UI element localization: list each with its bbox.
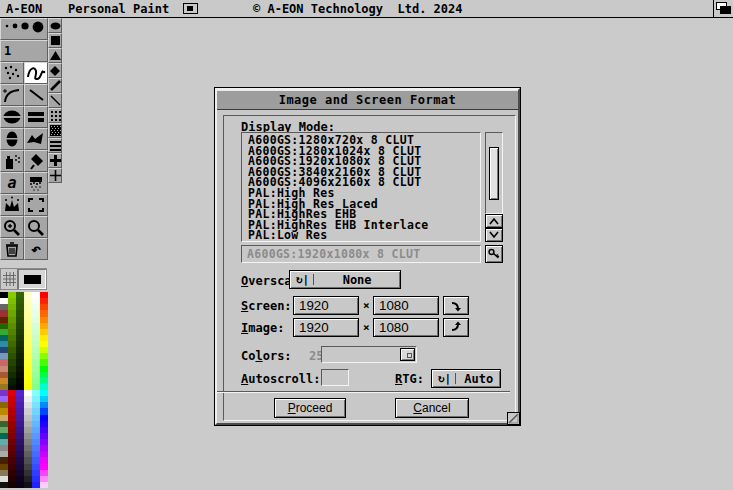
palette-swatch[interactable] — [40, 482, 48, 488]
rtg-label: RTG: — [395, 372, 424, 386]
arrow-curve-up-icon — [449, 321, 463, 334]
rectangle-icon — [25, 108, 47, 126]
polygon-icon — [25, 130, 47, 148]
screen-depth-gadget[interactable] — [715, 1, 732, 16]
undo-tool[interactable]: ↶ — [24, 238, 48, 260]
polygon-tool[interactable] — [24, 128, 48, 150]
triangle-brush-icon — [50, 51, 61, 60]
listbox-scrollbar-thumb[interactable] — [489, 147, 499, 200]
current-color-indicator[interactable] — [18, 269, 46, 289]
copy-screen-to-image-button[interactable] — [443, 296, 469, 315]
builtin-brush-ellipse[interactable] — [48, 18, 62, 33]
palette-swatch[interactable] — [0, 482, 8, 488]
clear-tool[interactable] — [0, 238, 24, 260]
select-frame-tool[interactable] — [24, 194, 48, 216]
rtg-cycle[interactable]: ↻| Auto — [431, 369, 501, 388]
scroll-down-button[interactable] — [485, 228, 503, 242]
builtin-brush-thick-slash[interactable] — [48, 78, 62, 93]
iconify-gadget-icon[interactable] — [183, 3, 198, 14]
scroll-up-button[interactable] — [485, 214, 503, 228]
square-brush-icon — [51, 36, 60, 45]
selected-mode-field: A600GS:1920x1080x 8 CLUT — [241, 245, 481, 263]
builtin-brush-diamond[interactable] — [48, 63, 62, 78]
freehand-tool[interactable] — [24, 62, 48, 84]
line-tool[interactable] — [24, 84, 48, 106]
lock-button[interactable] — [485, 245, 503, 263]
palette-swatch[interactable] — [24, 482, 32, 488]
builtin-brush-square[interactable] — [48, 33, 62, 48]
magnify-tool[interactable] — [0, 216, 24, 238]
gradient-tool[interactable] — [24, 172, 48, 194]
hbars-icon — [50, 140, 61, 151]
current-color-swatch — [24, 275, 41, 284]
circle-tool[interactable] — [0, 128, 24, 150]
image-times-sign: × — [363, 321, 370, 334]
builtin-brush-dense-dots[interactable] — [48, 123, 62, 138]
screen-label: Screen: — [241, 299, 292, 313]
menubar: A-EON Personal Paint © A-EON Technology … — [0, 0, 733, 18]
overscan-cycle[interactable]: ↻| None — [289, 270, 401, 289]
palette-swatch[interactable] — [16, 482, 24, 488]
copy-image-to-screen-button[interactable] — [443, 318, 469, 337]
brush-size-selector[interactable] — [0, 18, 48, 40]
select-frame-icon — [26, 196, 46, 214]
display-mode-listbox[interactable]: A600GS:1280x720x 8 CLUTA600GS:1280x1024x… — [241, 132, 481, 242]
airbrush-tool[interactable] — [0, 150, 24, 172]
freehand-icon — [25, 64, 47, 82]
magnify-plus-icon — [2, 218, 22, 237]
colors-slider-knob[interactable] — [400, 348, 415, 361]
palette-swatch[interactable] — [32, 482, 40, 488]
cancel-button[interactable]: Cancel — [395, 398, 469, 418]
screen-height-input[interactable] — [373, 296, 439, 315]
builtin-brush-hbars[interactable] — [48, 138, 62, 153]
display-mode-item[interactable]: PAL:Low Res — [248, 230, 480, 241]
colors-slider[interactable] — [321, 346, 417, 363]
builtin-brush-outline-plus[interactable] — [48, 168, 62, 183]
text-tool-icon: a — [7, 174, 16, 192]
dialog-titlebar[interactable]: Image and Screen Format — [217, 90, 518, 110]
dotted-freehand-tool[interactable] — [0, 62, 24, 84]
grid-icon — [3, 272, 16, 286]
builtin-brush-backslash[interactable] — [48, 93, 62, 108]
palette-swatch[interactable] — [8, 482, 16, 488]
airbrush-icon — [2, 152, 22, 171]
proceed-button[interactable]: Proceed — [274, 398, 346, 418]
screen-width-input[interactable] — [293, 296, 359, 315]
trash-icon — [2, 240, 22, 259]
depth-icon — [715, 1, 732, 16]
pattern-grid-button[interactable] — [1, 269, 18, 289]
fill-tool[interactable] — [24, 150, 48, 172]
menubar-divider — [713, 0, 714, 17]
text-tool[interactable]: a — [0, 172, 24, 194]
color-palette[interactable] — [0, 292, 48, 488]
builtin-brush-filled-plus[interactable] — [48, 153, 62, 168]
undo-icon: ↶ — [31, 244, 41, 254]
image-label: Image: — [241, 321, 284, 335]
chevron-down-icon — [488, 231, 500, 239]
autoscroll-checkbox[interactable] — [321, 369, 349, 386]
fill-icon — [26, 152, 46, 171]
menubar-app-title: Personal Paint — [68, 2, 169, 16]
outline-plus-icon — [50, 170, 61, 181]
brush-pickup-tool[interactable] — [0, 194, 24, 216]
resize-icon — [508, 413, 519, 424]
overscan-value: None — [314, 273, 400, 287]
rtg-value: Auto — [456, 372, 501, 386]
zoom-tool[interactable] — [24, 216, 48, 238]
dense-dots-icon — [50, 125, 61, 136]
filled-plus-icon — [50, 155, 61, 166]
menubar-copyright: © A-EON Technology Ltd. 2024 — [253, 2, 463, 16]
crown-brush-icon — [2, 196, 22, 214]
image-height-input[interactable] — [373, 318, 439, 337]
listbox-scrollbar-track[interactable] — [485, 132, 503, 214]
curve-tool[interactable] — [0, 84, 24, 106]
builtin-brush-triangle[interactable] — [48, 48, 62, 63]
image-width-input[interactable] — [293, 318, 359, 337]
ellipse-tool[interactable] — [0, 106, 24, 128]
diamond-brush-icon — [50, 66, 60, 76]
builtin-brush-sparse-dots[interactable] — [48, 108, 62, 123]
dialog-title: Image and Screen Format — [279, 93, 457, 107]
resize-gadget[interactable] — [507, 412, 520, 425]
rectangle-tool[interactable] — [24, 106, 48, 128]
page-indicator[interactable]: 1 — [0, 40, 48, 62]
